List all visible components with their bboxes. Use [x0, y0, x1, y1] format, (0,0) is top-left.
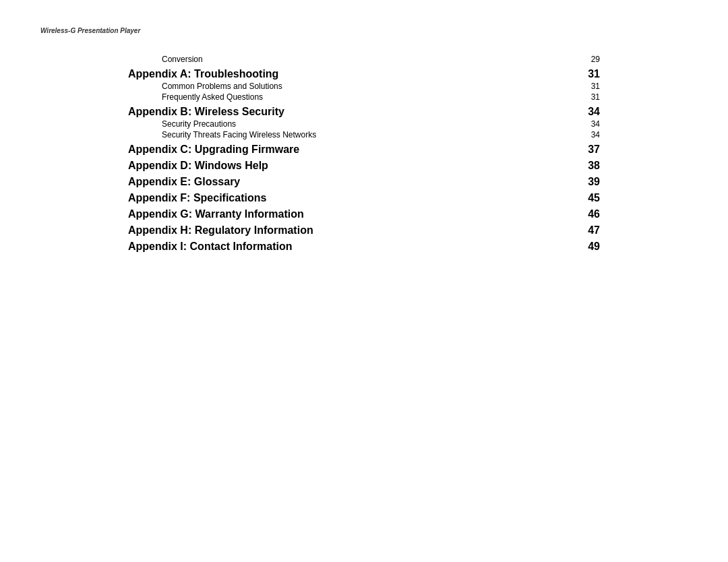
toc-entry-text: Conversion [162, 55, 573, 64]
toc-container: Conversion29Appendix A: Troubleshooting3… [128, 55, 600, 253]
toc-entry-page: 45 [573, 192, 600, 204]
toc-entry-text: Frequently Asked Questions [162, 92, 573, 102]
toc-entry: Appendix G: Warranty Information46 [128, 208, 600, 220]
toc-entry-page: 34 [573, 119, 600, 129]
toc-entry-text: Appendix I: Contact Information [128, 241, 573, 253]
toc-entry-text: Appendix A: Troubleshooting [128, 68, 573, 80]
toc-entry-page: 34 [573, 130, 600, 139]
toc-entry: Frequently Asked Questions31 [128, 92, 600, 102]
toc-entry-text: Appendix D: Windows Help [128, 160, 573, 172]
page: Wireless-G Presentation Player Conversio… [0, 0, 728, 562]
toc-entry-page: 49 [573, 241, 600, 253]
header-label: Wireless-G Presentation Player [40, 27, 688, 34]
toc-entry: Security Threats Facing Wireless Network… [128, 130, 600, 139]
toc-entry-text: Appendix F: Specifications [128, 192, 573, 204]
toc-entry-page: 31 [573, 68, 600, 80]
toc-entry: Appendix E: Glossary39 [128, 176, 600, 188]
toc-entry-text: Appendix E: Glossary [128, 176, 573, 188]
toc-entry: Appendix H: Regulatory Information47 [128, 224, 600, 237]
toc-entry: Appendix C: Upgrading Firmware37 [128, 144, 600, 156]
toc-entry-text: Appendix H: Regulatory Information [128, 224, 573, 237]
toc-entry-text: Appendix B: Wireless Security [128, 106, 573, 118]
toc-entry-text: Appendix C: Upgrading Firmware [128, 144, 573, 156]
toc-entry: Appendix B: Wireless Security34 [128, 106, 600, 118]
toc-entry: Security Precautions34 [128, 119, 600, 129]
toc-entry-page: 34 [573, 106, 600, 118]
toc-entry-page: 29 [573, 55, 600, 64]
toc-entry-page: 46 [573, 208, 600, 220]
toc-entry-page: 37 [573, 144, 600, 156]
toc-entry: Appendix A: Troubleshooting31 [128, 68, 600, 80]
toc-entry-text: Security Threats Facing Wireless Network… [162, 130, 573, 139]
toc-entry: Appendix I: Contact Information49 [128, 241, 600, 253]
toc-entry-page: 31 [573, 82, 600, 91]
toc-entry-text: Security Precautions [162, 119, 573, 129]
toc-entry: Appendix F: Specifications45 [128, 192, 600, 204]
toc-entry: Appendix D: Windows Help38 [128, 160, 600, 172]
toc-entry-page: 31 [573, 92, 600, 102]
toc-entry-page: 47 [573, 224, 600, 237]
toc-entry: Conversion29 [128, 55, 600, 64]
toc-entry: Common Problems and Solutions31 [128, 82, 600, 91]
toc-entry-text: Common Problems and Solutions [162, 82, 573, 91]
toc-entry-page: 39 [573, 176, 600, 188]
toc-entry-text: Appendix G: Warranty Information [128, 208, 573, 220]
toc-entry-page: 38 [573, 160, 600, 172]
